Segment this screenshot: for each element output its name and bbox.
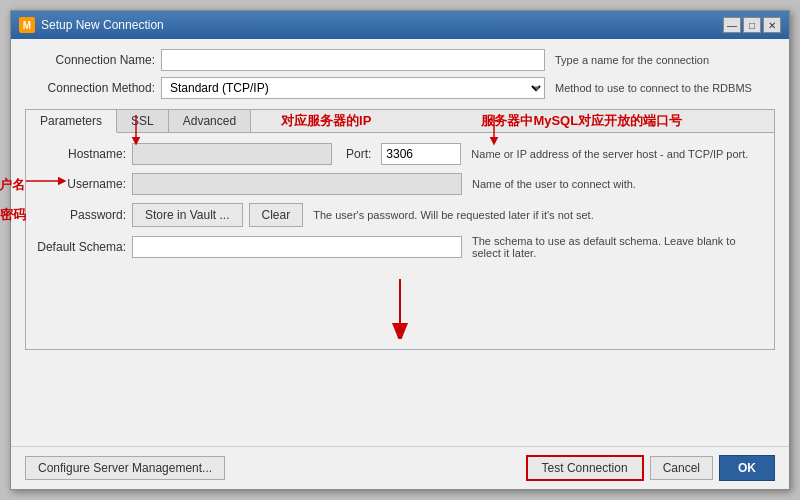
password-label: Password: (36, 208, 126, 222)
tabs-container: Parameters SSL Advanced 对应服务器的IP 服务器中MyS… (25, 109, 775, 350)
down-arrow-area (36, 279, 764, 339)
username-row: 用户名 Username: Name of the user to connec… (36, 173, 764, 195)
clear-button[interactable]: Clear (249, 203, 304, 227)
annotation-username: 用户名 (0, 176, 25, 194)
configure-server-button[interactable]: Configure Server Management... (25, 456, 225, 480)
default-schema-input[interactable] (132, 236, 462, 258)
connection-method-row: Connection Method: Standard (TCP/IP) Met… (25, 77, 775, 99)
ip-arrow (116, 115, 176, 145)
connection-method-label: Connection Method: (25, 81, 155, 95)
tab-parameters[interactable]: Parameters (26, 110, 117, 133)
hostname-hint: Name or IP address of the server host - … (471, 148, 764, 160)
port-label: Port: (346, 147, 371, 161)
close-button[interactable]: ✕ (763, 17, 781, 33)
username-arrow (26, 171, 66, 191)
connection-name-input[interactable] (161, 49, 545, 71)
password-row: 密码 Password: Store in Vault ... Clear Th… (36, 203, 764, 227)
connection-method-select[interactable]: Standard (TCP/IP) (161, 77, 545, 99)
tab-advanced[interactable]: Advanced (169, 110, 251, 132)
connection-name-row: Connection Name: Type a name for the con… (25, 49, 775, 71)
dialog-footer: Configure Server Management... Test Conn… (11, 446, 789, 489)
hostname-row: Hostname: Port: Name or IP address of th… (36, 143, 764, 165)
connection-method-hint: Method to use to connect to the RDBMS (555, 82, 775, 94)
annotation-password: 密码 (0, 206, 26, 224)
username-hint: Name of the user to connect with. (472, 178, 764, 190)
window-title: Setup New Connection (41, 18, 723, 32)
password-hint: The user's password. Will be requested l… (313, 209, 764, 221)
minimize-button[interactable]: — (723, 17, 741, 33)
ok-button[interactable]: OK (719, 455, 775, 481)
cancel-button[interactable]: Cancel (650, 456, 713, 480)
app-icon: M (19, 17, 35, 33)
connection-method-wrapper: Standard (TCP/IP) (161, 77, 545, 99)
test-connection-button[interactable]: Test Connection (526, 455, 644, 481)
default-schema-label: Default Schema: (36, 240, 126, 254)
default-schema-row: Default Schema: The schema to use as def… (36, 235, 764, 259)
maximize-button[interactable]: □ (743, 17, 761, 33)
dialog-content: Connection Name: Type a name for the con… (11, 39, 789, 446)
connection-name-hint: Type a name for the connection (555, 54, 775, 66)
down-arrow (385, 279, 415, 339)
hostname-label: Hostname: (36, 147, 126, 161)
footer-right-buttons: Test Connection Cancel OK (526, 455, 775, 481)
annotation-ip: 对应服务器的IP (281, 112, 371, 134)
title-bar: M Setup New Connection — □ ✕ (11, 11, 789, 39)
port-input[interactable] (381, 143, 461, 165)
connection-name-label: Connection Name: (25, 53, 155, 67)
default-schema-hint: The schema to use as default schema. Lea… (472, 235, 764, 259)
username-input[interactable] (132, 173, 462, 195)
port-arrow (474, 115, 534, 145)
window-controls: — □ ✕ (723, 17, 781, 33)
tab-parameters-content: Hostname: Port: Name or IP address of th… (26, 133, 774, 349)
hostname-input[interactable] (132, 143, 332, 165)
store-vault-button[interactable]: Store in Vault ... (132, 203, 243, 227)
main-window: M Setup New Connection — □ ✕ Connection … (10, 10, 790, 490)
